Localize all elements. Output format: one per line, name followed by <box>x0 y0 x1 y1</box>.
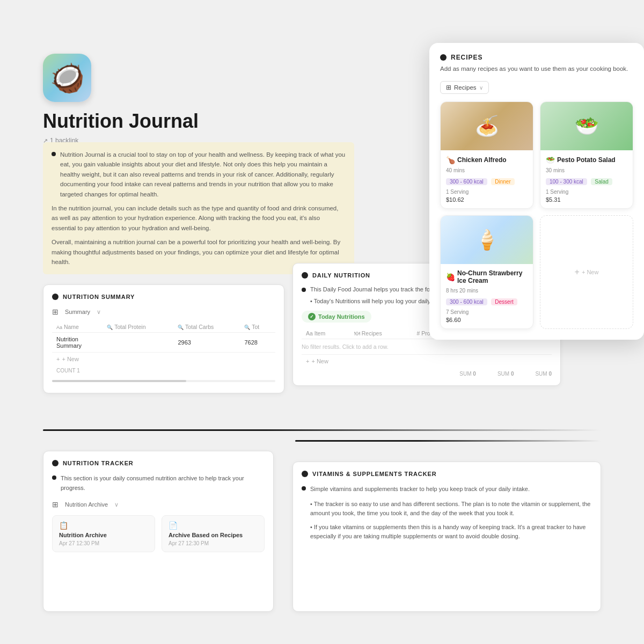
archive-date-1: Apr 27 12:30 PM <box>59 540 148 546</box>
vt-dot <box>302 471 308 477</box>
recipes-dot <box>440 54 447 61</box>
vt-bullet-2: • If you take vitamins or supplements th… <box>310 523 592 541</box>
plus-icon: + <box>56 356 60 362</box>
recipe-emoji-1: 🥗 <box>546 156 555 164</box>
nutrition-summary-title: NUTRITION SUMMARY <box>63 294 135 300</box>
tag-meal-2: Dessert <box>491 298 517 305</box>
view-label[interactable]: Summary <box>65 309 90 315</box>
vt-header: VITAMINS & SUPPLEMENTS TRACKER <box>302 471 592 477</box>
recipes-title: RECIPES <box>451 54 482 61</box>
recipes-filter-btn[interactable]: ⊞ Recipes ∨ <box>440 81 489 94</box>
archive-date-2: Apr 27 12:30 PM <box>169 540 258 546</box>
coconut-emoji: 🥥 <box>50 64 85 92</box>
col-tot: 🔍 Tot <box>240 321 275 333</box>
dn-add-new[interactable]: + + New <box>302 355 552 368</box>
archive-title-1: Nutrition Archive <box>59 532 148 538</box>
recipe-name-1: 🥗 Pesto Potato Salad <box>546 156 627 164</box>
archive-icon-1: 📋 <box>59 521 148 530</box>
archive-title-2: Archive Based on Recipes <box>169 532 258 538</box>
nutrition-summary-header: NUTRITION SUMMARY <box>52 294 275 300</box>
table-icon: ⊞ <box>52 308 58 316</box>
recipe-emoji-2: 🍓 <box>446 273 455 281</box>
count-row: COUNT 1 <box>52 365 275 376</box>
col-protein: 🔍 Total Protein <box>103 321 173 333</box>
nt-dot <box>52 460 58 466</box>
add-recipe-label: + New <box>582 269 599 275</box>
add-new-row[interactable]: + + New <box>52 353 275 365</box>
nt-toolbar: ⊞ Nutrition Archive ∨ <box>52 500 265 509</box>
scrollbar-thumb <box>52 380 186 382</box>
recipes-grid: 🍝 🍗 Chicken Alfredo 40 mins 300 - 600 kc… <box>440 101 633 329</box>
recipe-name-0: 🍗 Chicken Alfredo <box>446 156 528 164</box>
page-title: Nutrition Journal <box>43 110 199 133</box>
recipe-serving-1: 1 Serving <box>546 189 627 195</box>
recipe-time-0: 40 mins <box>446 167 528 173</box>
recipe-price-0: $10.62 <box>446 196 528 203</box>
tag-meal-0: Dinner <box>491 178 514 185</box>
recipes-panel: RECIPES Add as many recipes as you want … <box>429 43 644 340</box>
recipe-time-1: 30 mins <box>546 167 627 173</box>
recipe-img-icecream: 🍦 <box>441 216 533 264</box>
recipe-card-2[interactable]: 🍦 🍓 No-Churn Strawberry Ice Cream 8 hrs … <box>440 215 533 329</box>
nt-title: NUTRITION TRACKER <box>63 460 134 466</box>
sum-row: SUM 0 SUM 0 SUM 0 <box>302 368 552 377</box>
table-row: NutritionSummary 2963 7628 <box>52 333 275 353</box>
recipe-time-2: 8 hrs 20 mins <box>446 288 528 294</box>
row-protein <box>103 333 173 353</box>
recipe-name-2: 🍓 No-Churn Strawberry Ice Cream <box>446 269 528 284</box>
tag-kcal-0: 300 - 600 kcal <box>446 178 487 185</box>
col-name: Aa Name <box>52 321 103 333</box>
archive-card-2[interactable]: 📄 Archive Based on Recipes Apr 27 12:30 … <box>162 515 265 552</box>
archive-cards: 📋 Nutrition Archive Apr 27 12:30 PM 📄 Ar… <box>52 515 265 552</box>
sum-label-2: SUM 0 <box>497 371 514 377</box>
recipe-card-1[interactable]: 🥗 🥗 Pesto Potato Salad 30 mins 100 - 300… <box>540 101 633 209</box>
add-recipe-plus-icon: + <box>575 267 580 277</box>
app-icon-container: 🥥 <box>43 54 91 112</box>
add-new-recipe-card[interactable]: + + New <box>540 215 633 329</box>
row-name: NutritionSummary <box>52 333 103 353</box>
row-carbs: 2963 <box>173 333 240 353</box>
nt-description: This section is your daily consumed nutr… <box>61 474 265 493</box>
vt-title: VITAMINS & SUPPLEMENTS TRACKER <box>312 471 437 477</box>
daily-nutrition-title: DAILY NUTRITION <box>312 272 370 279</box>
nt-description-row: This section is your daily consumed nutr… <box>52 474 265 493</box>
row-tot: 7628 <box>240 333 275 353</box>
vt-description: Simple vitamins and supplements tracker … <box>310 485 530 494</box>
scrollbar-track <box>52 380 275 382</box>
recipes-desc: Add as many recipes as you want to use t… <box>440 64 633 74</box>
recipe-img-pasta: 🍝 <box>441 102 533 150</box>
tag-kcal-1: 100 - 300 kcal <box>546 178 587 185</box>
separator-bottom-right <box>295 440 601 442</box>
nutrition-tracker-section: NUTRITION TRACKER This section is your d… <box>43 451 274 612</box>
recipe-card-0[interactable]: 🍝 🍗 Chicken Alfredo 40 mins 300 - 600 kc… <box>440 101 533 209</box>
table-toolbar: ⊞ Summary ∨ <box>52 308 275 316</box>
filter-label: Recipes <box>454 84 477 91</box>
recipe-tags-1: 100 - 300 kcal Salad <box>546 176 627 187</box>
summary-table: Aa Name 🔍 Total Protein 🔍 Total Carbs 🔍 … <box>52 321 275 353</box>
dn-plus-icon: + <box>306 358 309 364</box>
grid-icon: ⊞ <box>446 84 451 91</box>
desc-bullet-1: Nutrition Journal is a crucial tool to s… <box>52 150 346 199</box>
vt-bullet-1: • The tracker is so easy to use and has … <box>310 500 592 518</box>
archive-card-1[interactable]: 📋 Nutrition Archive Apr 27 12:30 PM <box>52 515 155 552</box>
vt-bullets: • The tracker is so easy to use and has … <box>310 500 592 541</box>
nt-table-icon: ⊞ <box>52 500 58 509</box>
app-icon: 🥥 <box>43 54 91 102</box>
dn-col-recipes: 🍽 Recipes <box>350 328 413 339</box>
recipe-price-2: $6.60 <box>446 317 528 323</box>
tag-meal-1: Salad <box>591 178 612 185</box>
nt-view-label[interactable]: Nutrition Archive <box>65 501 108 508</box>
no-filter-row: No filter results. Click to add a row. <box>302 339 552 355</box>
nt-header: NUTRITION TRACKER <box>52 460 265 466</box>
tab-check-icon: ✓ <box>308 313 316 320</box>
col-carbs: 🔍 Total Carbs <box>173 321 240 333</box>
sum-label-1: SUM 0 <box>459 371 476 377</box>
recipe-price-1: $5.31 <box>546 196 627 203</box>
recipe-emoji-0: 🍗 <box>446 156 455 164</box>
recipe-tags-0: 300 - 600 kcal Dinner <box>446 176 528 187</box>
nutrition-summary-section: NUTRITION SUMMARY ⊞ Summary ∨ Aa Name 🔍 … <box>43 284 284 402</box>
vt-desc-row: Simple vitamins and supplements tracker … <box>302 485 592 494</box>
filter-chevron: ∨ <box>479 85 483 91</box>
separator-top <box>43 429 601 431</box>
recipe-img-salad: 🥗 <box>540 102 633 150</box>
